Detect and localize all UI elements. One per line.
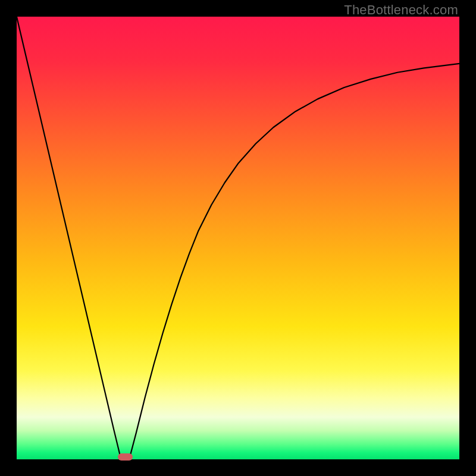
curve-layer <box>17 17 459 459</box>
watermark-text: TheBottleneck.com <box>344 2 458 18</box>
optimal-marker <box>118 453 133 461</box>
plot-area <box>17 17 459 459</box>
chart-frame: TheBottleneck.com <box>0 0 476 476</box>
bottleneck-curve <box>17 17 459 458</box>
